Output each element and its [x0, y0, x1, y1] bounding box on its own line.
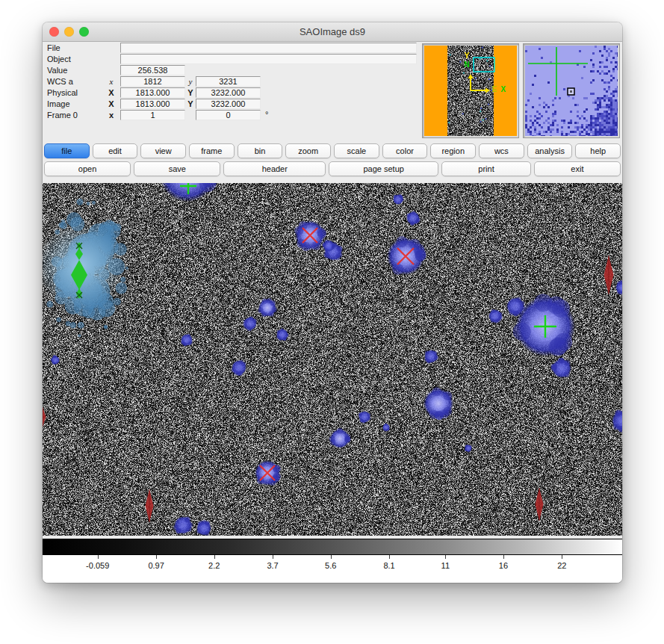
- image-label: Image: [47, 99, 70, 108]
- object-label: Object: [47, 55, 71, 64]
- colorbar-scale: -0.0590.972.23.75.68.1111622: [43, 555, 622, 583]
- frame-zoom-field: 1: [120, 110, 185, 120]
- command-print[interactable]: print: [441, 161, 531, 176]
- close-button-icon[interactable]: [49, 27, 59, 37]
- colorbar-tick: [331, 555, 332, 559]
- menu-bin[interactable]: bin: [238, 143, 283, 158]
- colorbar-tick-label: 0.97: [148, 561, 164, 570]
- app-window: SAOImage ds9 File Object Value 256.538 W…: [43, 22, 622, 583]
- command-open[interactable]: open: [44, 161, 131, 176]
- colorbar-tick-label: 22: [557, 561, 566, 570]
- colorbar-tick: [156, 555, 157, 559]
- colorbar-tick: [389, 555, 390, 559]
- menu-help[interactable]: help: [575, 143, 621, 158]
- image-y-field: 3232.000: [196, 99, 261, 109]
- pixel-value-field: 256.538: [120, 65, 185, 75]
- physical-y-field: 3232.000: [196, 87, 261, 98]
- frame-label: Frame 0: [47, 111, 78, 120]
- file-value-field: [120, 43, 417, 53]
- physical-x-field: 1813.000: [120, 87, 185, 98]
- physical-label: Physical: [47, 88, 78, 97]
- colorbar-tick: [273, 555, 273, 559]
- physical-x-sublabel: X: [105, 88, 117, 97]
- wcs-label: WCS a: [47, 77, 73, 86]
- menu-scale[interactable]: scale: [334, 143, 379, 158]
- image-x-sublabel: X: [105, 99, 117, 108]
- command-page-setup[interactable]: page setup: [329, 161, 438, 176]
- value-label: Value: [47, 66, 67, 75]
- command-header[interactable]: header: [223, 161, 326, 176]
- frame-rotation-field: 0: [196, 110, 261, 120]
- colorbar-tick-label: 2.2: [208, 561, 220, 570]
- frame-x-sublabel: x: [105, 111, 117, 120]
- colorbar-tick: [214, 555, 215, 559]
- wcs-x-sublabel: x: [105, 77, 117, 86]
- main-image-canvas[interactable]: [43, 183, 622, 536]
- colorbar-gradient[interactable]: [43, 539, 622, 555]
- menu-view[interactable]: view: [140, 143, 186, 158]
- file-label: File: [47, 43, 60, 52]
- menu-row: fileeditviewframebinzoomscalecolorregion…: [44, 143, 621, 158]
- menu-wcs[interactable]: wcs: [479, 143, 524, 158]
- menu-frame[interactable]: frame: [189, 143, 235, 158]
- magnifier-panel: [523, 43, 620, 138]
- colorbar-tick-label: -0.059: [86, 561, 109, 570]
- traffic-lights: [49, 27, 89, 37]
- colorbar-tick: [562, 555, 562, 559]
- menu-zoom[interactable]: zoom: [285, 143, 331, 158]
- panner-panel[interactable]: [422, 43, 519, 138]
- colorbar-tick: [503, 555, 504, 559]
- wcs-y-sublabel: y: [184, 77, 196, 86]
- command-save[interactable]: save: [134, 161, 220, 176]
- command-exit[interactable]: exit: [534, 161, 621, 176]
- colorbar-tick: [98, 555, 99, 559]
- panner-canvas[interactable]: [424, 46, 517, 136]
- degree-suffix: °: [265, 110, 268, 119]
- minimize-button-icon[interactable]: [64, 27, 74, 37]
- colorbar-tick-label: 11: [441, 561, 450, 570]
- magnifier-canvas: [525, 46, 618, 136]
- menu-region[interactable]: region: [430, 143, 476, 158]
- window-title: SAOImage ds9: [300, 26, 365, 37]
- colorbar-tick-label: 3.7: [267, 561, 278, 570]
- object-value-field: [120, 54, 417, 64]
- menu-color[interactable]: color: [382, 143, 428, 158]
- menu-analysis[interactable]: analysis: [527, 143, 573, 158]
- command-row: opensaveheaderpage setupprintexit: [44, 161, 621, 176]
- image-x-field: 1813.000: [120, 99, 185, 109]
- image-y-sublabel: Y: [184, 99, 196, 108]
- colorbar-tick-label: 16: [499, 561, 508, 570]
- colorbar-tick-label: 8.1: [383, 561, 394, 570]
- menu-file[interactable]: file: [44, 143, 90, 158]
- wcs-x-field: 1812: [120, 76, 185, 87]
- physical-y-sublabel: Y: [184, 88, 196, 97]
- wcs-y-field: 3231: [196, 76, 261, 87]
- colorbar-tick: [445, 555, 446, 559]
- colorbar-tick-label: 5.6: [325, 561, 336, 570]
- menu-edit[interactable]: edit: [93, 143, 138, 158]
- title-bar[interactable]: SAOImage ds9: [43, 22, 622, 42]
- zoom-button-icon[interactable]: [79, 27, 89, 37]
